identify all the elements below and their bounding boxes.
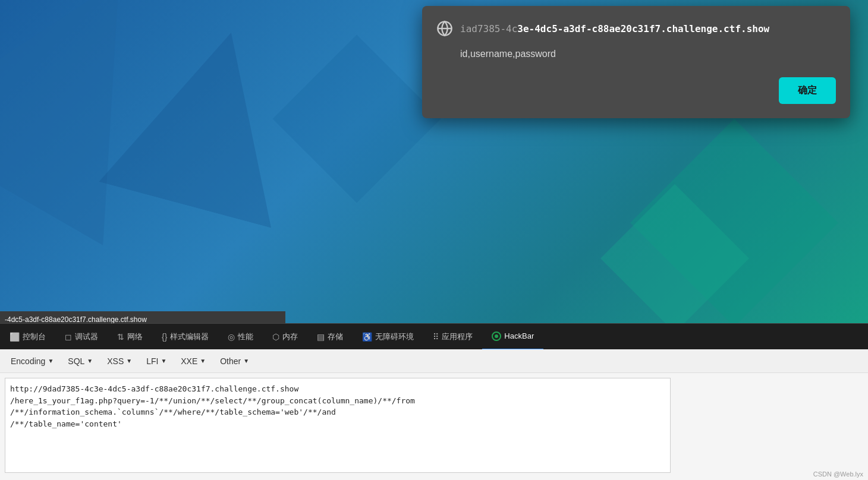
lfi-label: LFI: [146, 356, 158, 366]
storage-tab-label: 存储: [328, 331, 343, 342]
style-icon: {}: [162, 332, 167, 342]
memory-tab-label: 内存: [282, 331, 298, 342]
dialog-url: iad7385-4c3e-4dc5-a3df-c88ae20c31f7.chal…: [460, 23, 769, 34]
hackbar-menu-bar: Encoding ▼ SQL ▼ XSS ▼ LFI ▼ XXE ▼ Other…: [0, 349, 868, 373]
dialog-header: iad7385-4c3e-4dc5-a3df-c88ae20c31f7.chal…: [436, 20, 836, 37]
console-tab-label: 控制台: [23, 331, 46, 342]
lfi-menu[interactable]: LFI ▼: [140, 354, 172, 368]
xxe-arrow-icon: ▼: [200, 358, 206, 364]
accessibility-tab-label: 无障碍环境: [375, 331, 414, 342]
sql-arrow-icon: ▼: [87, 358, 93, 364]
other-label: Other: [220, 356, 241, 366]
accessibility-icon: ♿: [362, 332, 372, 342]
debugger-icon: ◻: [65, 332, 72, 342]
console-icon: ⬜: [10, 332, 20, 342]
xss-menu[interactable]: XSS ▼: [101, 354, 138, 368]
confirm-button[interactable]: 确定: [779, 77, 836, 104]
globe-icon: [436, 20, 453, 37]
application-icon: ⠿: [433, 332, 439, 342]
dialog-overlay: iad7385-4c3e-4dc5-a3df-c88ae20c31f7.chal…: [0, 0, 868, 333]
xss-arrow-icon: ▼: [126, 358, 132, 364]
hackbar-panel: Encoding ▼ SQL ▼ XSS ▼ LFI ▼ XXE ▼ Other…: [0, 349, 868, 480]
style-tab-label: 样式编辑器: [170, 331, 209, 342]
xss-label: XSS: [107, 356, 124, 366]
other-arrow-icon: ▼: [243, 358, 249, 364]
lfi-arrow-icon: ▼: [161, 358, 166, 364]
performance-icon: ◎: [228, 332, 235, 342]
csdn-watermark: CSDN @Web.lyx: [813, 470, 863, 478]
hackbar-input[interactable]: http://9dad7385-4c3e-4dc5-a3df-c88ae20c3…: [5, 378, 671, 473]
other-menu[interactable]: Other ▼: [214, 354, 255, 368]
dialog-body-text: id,username,password: [436, 49, 836, 59]
network-tab-label: 网络: [127, 331, 143, 342]
encoding-arrow-icon: ▼: [48, 358, 54, 364]
sql-menu[interactable]: SQL ▼: [62, 354, 99, 368]
encoding-menu[interactable]: Encoding ▼: [5, 354, 59, 368]
alert-dialog: iad7385-4c3e-4dc5-a3df-c88ae20c31f7.chal…: [422, 6, 850, 118]
storage-icon: ▤: [317, 332, 325, 342]
dialog-footer: 确定: [436, 77, 836, 104]
performance-tab-label: 性能: [238, 331, 253, 342]
sql-label: SQL: [68, 356, 84, 366]
network-icon: ⇅: [117, 332, 124, 342]
hackbar-content-area: http://9dad7385-4c3e-4dc5-a3df-c88ae20c3…: [0, 373, 868, 480]
application-tab-label: 应用程序: [442, 331, 473, 342]
encoding-label: Encoding: [11, 356, 45, 366]
debugger-tab-label: 调试器: [75, 331, 98, 342]
memory-icon: ⬡: [272, 332, 279, 342]
xxe-label: XXE: [181, 356, 197, 366]
hackbar-tab-label: HackBar: [504, 331, 534, 340]
svg-point-3: [495, 334, 498, 338]
xxe-menu[interactable]: XXE ▼: [175, 354, 212, 368]
